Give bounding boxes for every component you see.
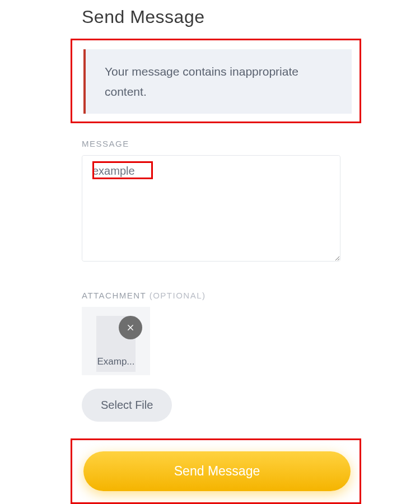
attachment-preview: Examp... — [82, 307, 150, 375]
remove-attachment-button[interactable] — [119, 316, 142, 339]
message-field-wrap — [82, 155, 340, 262]
message-label: MESSAGE — [82, 139, 347, 148]
page-title: Send Message — [82, 7, 347, 27]
alert-highlight-box: Your message contains inappropriate cont… — [71, 39, 361, 123]
select-file-button[interactable]: Select File — [82, 389, 172, 422]
submit-highlight-box: Send Message — [71, 438, 361, 504]
error-alert: Your message contains inappropriate cont… — [83, 49, 352, 114]
attachment-filename: Examp... — [97, 356, 134, 367]
close-icon — [125, 323, 136, 333]
send-message-button[interactable]: Send Message — [83, 451, 351, 491]
attachment-label: ATTACHMENT (OPTIONAL) — [82, 291, 347, 300]
attachment-optional-text: (OPTIONAL) — [150, 291, 206, 300]
error-alert-text: Your message contains inappropriate cont… — [105, 65, 298, 98]
attachment-label-text: ATTACHMENT — [82, 291, 150, 300]
message-input[interactable] — [82, 156, 340, 261]
